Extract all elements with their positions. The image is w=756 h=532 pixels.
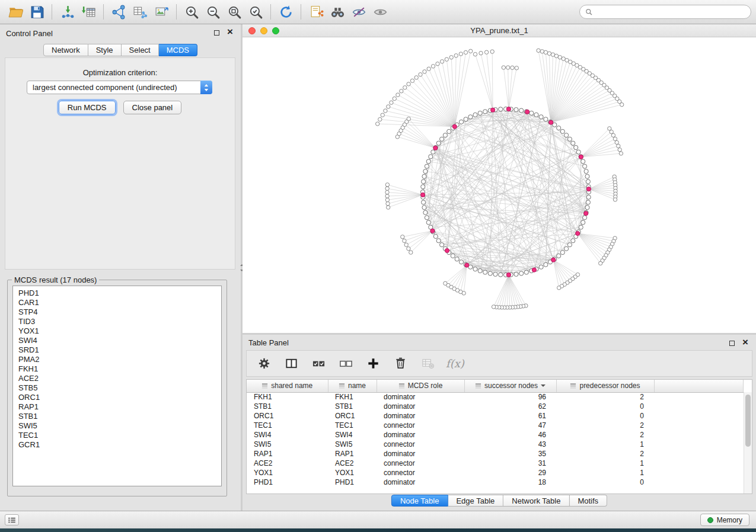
network-node[interactable] <box>390 101 393 104</box>
network-node[interactable] <box>492 305 495 309</box>
table-row[interactable]: ACE2ACE2connector311 <box>247 459 744 468</box>
network-node[interactable] <box>469 49 473 53</box>
column-header-predecessor-nodes[interactable]: predecessor nodes <box>556 380 654 392</box>
mcds-result-item[interactable]: RAP1 <box>18 402 221 412</box>
network-node[interactable] <box>560 129 564 133</box>
tab-network-table[interactable]: Network Table <box>503 495 569 507</box>
network-node[interactable] <box>385 190 389 194</box>
mcds-result-item[interactable]: STB1 <box>18 412 221 421</box>
network-node[interactable] <box>384 109 387 113</box>
network-node[interactable] <box>571 141 575 145</box>
network-node[interactable] <box>571 239 575 243</box>
network-node[interactable] <box>427 67 430 70</box>
network-node[interactable] <box>454 54 458 57</box>
network-node[interactable] <box>544 50 547 54</box>
network-node[interactable] <box>419 73 422 76</box>
mcds-result-item[interactable]: ORC1 <box>18 393 221 402</box>
network-canvas[interactable] <box>243 37 756 333</box>
network-node[interactable] <box>549 120 553 124</box>
mcds-result-item[interactable]: GCR1 <box>18 440 221 450</box>
network-node[interactable] <box>444 281 447 285</box>
preview-button[interactable] <box>369 2 391 21</box>
network-node[interactable] <box>440 60 444 63</box>
network-node[interactable] <box>491 108 495 112</box>
export-image-button[interactable] <box>151 2 172 21</box>
mcds-result-item[interactable]: YOX1 <box>18 326 221 336</box>
network-node[interactable] <box>579 225 583 229</box>
column-header-name[interactable]: name <box>328 380 377 392</box>
network-node[interactable] <box>613 137 617 140</box>
network-node[interactable] <box>449 56 453 59</box>
mcds-result-list[interactable]: PHD1CAR1STP4TID3YOX1SWI4SRD1PMA2FKH1ACE2… <box>12 286 222 486</box>
add-column-button[interactable] <box>364 355 382 373</box>
share-document-button[interactable] <box>305 2 327 21</box>
network-node[interactable] <box>620 102 624 106</box>
network-node[interactable] <box>551 53 554 56</box>
mcds-result-item[interactable]: STP4 <box>18 307 221 317</box>
network-node[interactable] <box>515 66 518 70</box>
network-node[interactable] <box>586 180 590 184</box>
tab-motifs[interactable]: Motifs <box>569 495 607 507</box>
network-node[interactable] <box>410 79 414 82</box>
float-window-icon[interactable] <box>214 30 219 36</box>
tab-edge-table[interactable]: Edge Table <box>448 495 503 507</box>
network-node[interactable] <box>613 198 617 201</box>
network-node[interactable] <box>617 144 620 148</box>
network-node[interactable] <box>443 133 447 137</box>
network-node[interactable] <box>483 110 487 114</box>
zoom-out-button[interactable] <box>202 2 224 21</box>
network-node[interactable] <box>445 248 449 252</box>
network-node[interactable] <box>404 243 408 246</box>
network-node[interactable] <box>514 108 518 112</box>
table-row[interactable]: TEC1TEC1connector472 <box>247 421 744 430</box>
close-panel-icon[interactable]: × <box>227 27 233 37</box>
network-node[interactable] <box>431 150 435 154</box>
network-node[interactable] <box>430 229 435 233</box>
network-node[interactable] <box>506 273 511 277</box>
close-table-panel-icon[interactable]: × <box>742 337 748 348</box>
network-node[interactable] <box>479 52 483 55</box>
network-node[interactable] <box>586 200 590 204</box>
show-columns-button[interactable] <box>282 355 300 373</box>
network-node[interactable] <box>447 129 451 133</box>
tab-network[interactable]: Network <box>43 44 88 56</box>
criterion-dropdown[interactable]: largest connected component (undirected) <box>27 81 212 94</box>
network-node[interactable] <box>403 86 407 89</box>
network-node[interactable] <box>423 169 428 174</box>
network-node[interactable] <box>619 152 623 155</box>
network-node[interactable] <box>557 286 561 290</box>
table-row[interactable]: STB1STB1dominator620 <box>247 402 744 411</box>
tab-node-table[interactable]: Node Table <box>391 495 448 507</box>
network-node[interactable] <box>422 200 426 204</box>
table-row[interactable]: RAP1RAP1dominator352 <box>247 449 744 459</box>
network-node[interactable] <box>455 257 459 261</box>
network-node[interactable] <box>551 258 556 262</box>
network-node[interactable] <box>473 52 477 56</box>
close-panel-button[interactable]: Close panel <box>123 101 182 114</box>
network-node[interactable] <box>478 269 482 273</box>
network-node[interactable] <box>584 211 588 216</box>
network-node[interactable] <box>468 115 473 119</box>
network-node[interactable] <box>544 117 548 121</box>
network-node[interactable] <box>584 169 588 174</box>
network-node[interactable] <box>440 243 444 247</box>
network-node[interactable] <box>445 57 448 61</box>
zoom-selected-button[interactable] <box>245 2 266 21</box>
select-all-button[interactable] <box>310 355 327 373</box>
network-node[interactable] <box>537 49 540 52</box>
network-node[interactable] <box>483 270 487 274</box>
network-node[interactable] <box>431 65 435 68</box>
table-scrollbar[interactable] <box>744 392 752 493</box>
network-node[interactable] <box>459 120 463 124</box>
mcds-result-item[interactable]: FKH1 <box>18 364 221 374</box>
network-node[interactable] <box>557 126 561 130</box>
network-node[interactable] <box>611 133 615 137</box>
network-node[interactable] <box>465 263 469 267</box>
network-node[interactable] <box>409 251 413 254</box>
table-row[interactable]: YOX1YOX1connector291 <box>247 468 744 477</box>
mcds-result-item[interactable]: PMA2 <box>18 355 221 364</box>
table-row[interactable]: SWI4SWI4dominator462 <box>247 430 744 440</box>
network-node[interactable] <box>506 66 510 69</box>
network-node[interactable] <box>519 271 524 275</box>
network-node[interactable] <box>539 115 543 119</box>
